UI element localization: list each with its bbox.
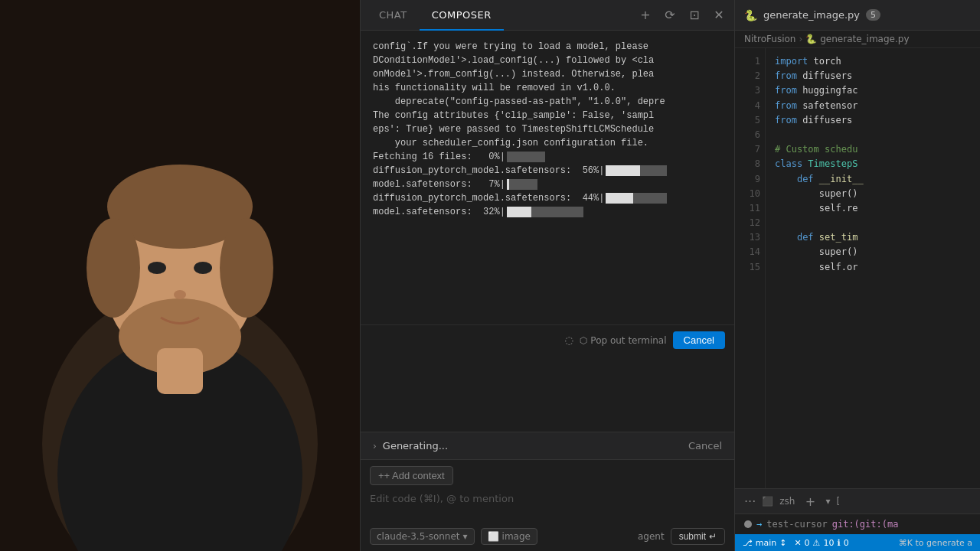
generating-bar: › Generating... Cancel — [361, 432, 734, 460]
breadcrumb: NitroFusion › 🐍 generate_image.py — [735, 31, 980, 48]
terminal-line: config`.If you were trying to load a mod… — [373, 40, 722, 54]
sync-icon: ↕ — [779, 538, 786, 548]
expand-button[interactable]: ⊡ — [685, 6, 704, 24]
image-tag[interactable]: ⬜ image — [481, 528, 537, 545]
prompt-directory: test-cursor — [766, 519, 827, 530]
image-icon: ⬜ — [488, 531, 499, 542]
editor-tab-bar: 🐍 generate_image.py 5 — [735, 0, 980, 31]
status-branch: ⎇ main ↕ — [743, 538, 786, 548]
git-icon: ⎇ — [743, 538, 753, 548]
chat-input[interactable] — [370, 490, 725, 519]
terminal-line: eps': True} were passed to TimestepShift… — [373, 122, 722, 136]
shortcut-hint: ⌘K to generate a — [899, 538, 972, 548]
terminal-add-button[interactable]: + — [801, 492, 819, 510]
progress-line-3: model.safetensors: 7%| — [373, 178, 722, 191]
svg-point-8 — [148, 262, 166, 274]
terminal-prompt: → test-cursor git:(git:(ma — [744, 519, 971, 530]
progress-line-2: diffusion_pytorch_model.safetensors: 56%… — [373, 164, 722, 178]
terminal-line: DConditionModel'>.load_config(...) follo… — [373, 54, 722, 67]
external-link-icon: ⬡ — [580, 335, 587, 346]
prompt-status-icon — [744, 520, 752, 528]
input-area: + + Add context — [361, 460, 734, 522]
terminal-cancel-button[interactable]: Cancel — [673, 331, 725, 349]
terminal-line: your scheduler_config.json configuration… — [373, 136, 722, 150]
terminal-icon: ⬛ — [762, 496, 773, 507]
terminal-line: his functionality will be removed in v1.… — [373, 81, 722, 95]
terminal-line: onModel'>.from_config(...) instead. Othe… — [373, 67, 722, 81]
model-label: claude-3.5-sonnet — [377, 531, 460, 542]
editor-panel: 🐍 generate_image.py 5 NitroFusion › 🐍 ge… — [735, 0, 980, 551]
close-button[interactable]: ✕ — [710, 6, 728, 24]
status-bar: ⎇ main ↕ ✕ 0 ⚠ 10 ℹ 0 ⌘K to generate a — [735, 534, 980, 551]
svg-point-9 — [194, 262, 212, 274]
editor-tab-number: 5 — [866, 9, 880, 21]
generating-status: Generating... — [383, 440, 688, 452]
progress-line-4: diffusion_pytorch_model.safetensors: 44%… — [373, 191, 722, 205]
tab-bar: CHAT COMPOSER + ⟳ ⊡ ✕ — [361, 0, 734, 31]
info-icon: ℹ — [837, 538, 840, 548]
history-button[interactable]: ⟳ — [661, 6, 679, 24]
code-area: 12345 678910 1112131415 import torch fro… — [735, 48, 980, 488]
submit-button[interactable]: submit ↵ — [671, 528, 725, 545]
person-silhouette — [0, 0, 360, 551]
bottom-right-actions: agent submit ↵ — [638, 528, 725, 545]
plus-icon: + — [378, 470, 384, 481]
webcam-feed — [0, 0, 360, 551]
terminal-line: deprecate("config-passed-as-path", "1.0.… — [373, 95, 722, 109]
chat-spacer — [361, 355, 734, 432]
progress-line-1: Fetching 16 files: 0%| — [373, 150, 722, 164]
chat-panel: CHAT COMPOSER + ⟳ ⊡ ✕ config`.If you wer… — [360, 0, 735, 551]
terminal-dropdown-icon[interactable]: ▾ — [825, 496, 830, 507]
terminal-line: The config attributes {'clip_sample': Fa… — [373, 109, 722, 122]
chevron-down-icon: ▾ — [463, 531, 468, 542]
status-errors: ✕ 0 ⚠ 10 ℹ 0 — [794, 538, 848, 548]
breadcrumb-file: generate_image.py — [820, 34, 909, 44]
pop-out-link[interactable]: ⬡ Pop out terminal — [580, 335, 667, 346]
breadcrumb-separator: › — [799, 34, 802, 44]
line-numbers: 12345 678910 1112131415 — [735, 48, 766, 488]
add-context-button[interactable]: + + Add context — [370, 466, 453, 485]
editor-terminal-panel: ··· ⬛ zsh + ▾ [ → test-cursor git:(git:(… — [735, 488, 980, 534]
svg-point-6 — [87, 218, 140, 318]
bottom-bar: claude-3.5-sonnet ▾ ⬜ image agent submit… — [361, 522, 734, 551]
tab-composer[interactable]: COMPOSER — [420, 0, 504, 31]
submit-arrow-icon: ↵ — [709, 531, 717, 542]
warning-icon: ⚠ — [813, 538, 821, 548]
terminal-panel-header: ··· ⬛ zsh + ▾ [ — [735, 489, 980, 514]
terminal-shell-label: zsh — [779, 496, 795, 507]
chevron-right-icon: › — [373, 441, 377, 452]
python-file-icon: 🐍 — [744, 9, 757, 21]
branch-info: git:(git:(ma — [832, 519, 899, 530]
generating-cancel-button[interactable]: Cancel — [688, 440, 722, 452]
webcam-area — [0, 0, 360, 551]
ellipsis-icon: ··· — [744, 494, 756, 509]
loading-spinner: ◌ — [565, 334, 573, 346]
breadcrumb-root: NitroFusion — [744, 34, 795, 44]
tab-actions: + ⟳ ⊡ ✕ — [636, 6, 728, 24]
terminal-output: config`.If you were trying to load a mod… — [361, 31, 734, 324]
terminal-controls: ◌ ⬡ Pop out terminal Cancel — [361, 324, 734, 355]
svg-rect-11 — [157, 348, 203, 394]
python-icon: 🐍 — [805, 34, 817, 44]
agent-label: agent — [638, 531, 665, 542]
error-icon: ✕ — [794, 538, 801, 548]
svg-point-7 — [220, 218, 273, 318]
progress-line-5: model.safetensors: 32%| — [373, 205, 722, 219]
tab-chat[interactable]: CHAT — [367, 0, 420, 31]
model-selector[interactable]: claude-3.5-sonnet ▾ — [370, 528, 475, 545]
terminal-area: config`.If you were trying to load a mod… — [361, 31, 734, 355]
code-content: import torch from diffusers from hugging… — [766, 48, 980, 488]
editor-filename: generate_image.py — [763, 9, 860, 21]
terminal-panel-content: → test-cursor git:(git:(ma — [735, 514, 980, 534]
prompt-arrow-icon: → — [756, 519, 762, 530]
terminal-bracket-icon: [ — [836, 496, 840, 507]
new-tab-button[interactable]: + — [636, 6, 655, 24]
svg-point-10 — [174, 290, 186, 299]
